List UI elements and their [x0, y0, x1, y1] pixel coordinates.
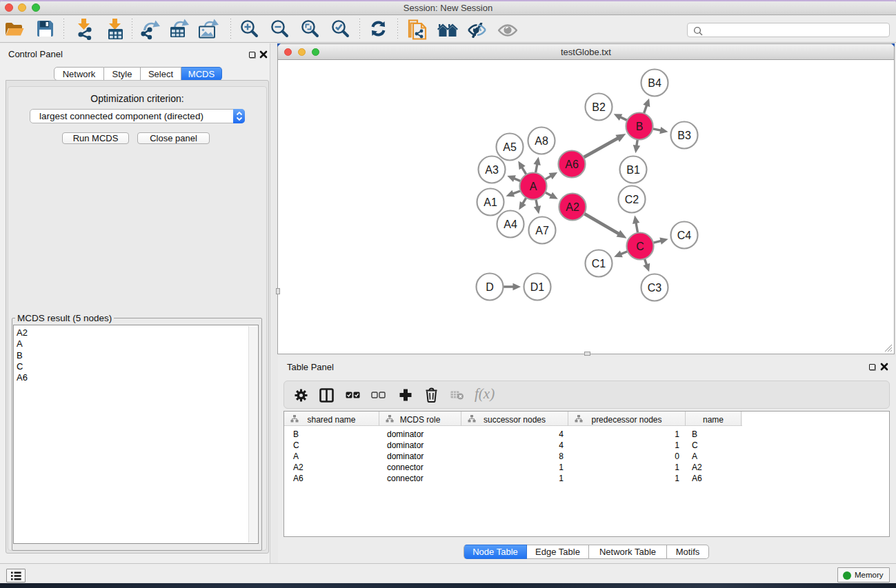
- svg-text:D: D: [486, 281, 494, 293]
- svg-text:A1: A1: [484, 196, 497, 208]
- svg-text:A4: A4: [504, 219, 517, 230]
- svg-text:C2: C2: [625, 194, 639, 205]
- svg-text:A2: A2: [566, 201, 579, 213]
- svg-text:C3: C3: [648, 282, 662, 294]
- svg-text:B4: B4: [648, 77, 661, 89]
- svg-text:A: A: [530, 181, 537, 192]
- svg-text:B3: B3: [677, 130, 691, 141]
- svg-text:A8: A8: [535, 135, 548, 147]
- svg-text:A6: A6: [565, 159, 579, 170]
- svg-text:C: C: [636, 241, 644, 252]
- svg-text:C4: C4: [677, 230, 692, 241]
- svg-text:A7: A7: [535, 225, 549, 236]
- svg-text:B1: B1: [626, 164, 640, 176]
- svg-text:D1: D1: [530, 281, 545, 293]
- svg-text:C1: C1: [592, 258, 606, 270]
- svg-text:B2: B2: [592, 101, 606, 113]
- svg-text:A3: A3: [485, 164, 499, 176]
- svg-text:B: B: [636, 121, 644, 132]
- svg-text:A5: A5: [503, 141, 517, 153]
